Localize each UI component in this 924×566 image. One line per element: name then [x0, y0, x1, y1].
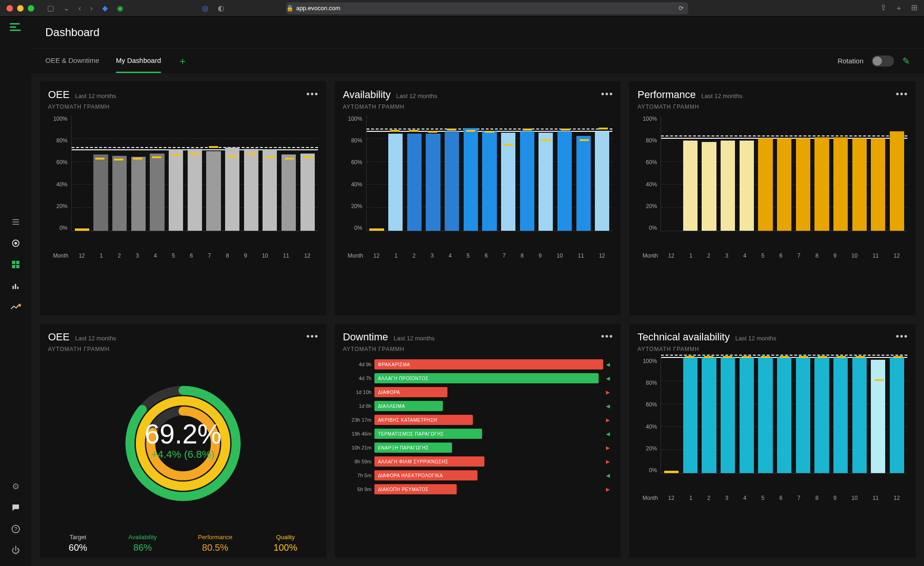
downtime-row[interactable]: 1d 8hΔΙΑΛΛΕΙΜΑ◀ — [343, 400, 613, 412]
bar[interactable] — [702, 142, 716, 231]
bar[interactable] — [814, 137, 829, 231]
downtime-time: 7h 5m — [343, 473, 372, 478]
bar[interactable] — [702, 357, 716, 473]
chevron-down-icon[interactable]: ⌄ — [61, 4, 72, 12]
bar[interactable] — [721, 357, 735, 473]
bar[interactable] — [595, 131, 609, 231]
bar[interactable] — [852, 357, 867, 473]
back-icon[interactable]: ‹ — [76, 4, 84, 12]
bar[interactable] — [206, 151, 220, 231]
bar[interactable] — [740, 141, 754, 231]
extension-icon[interactable]: ◆ — [99, 4, 110, 12]
bar[interactable] — [93, 154, 108, 231]
nav-target-icon[interactable] — [6, 234, 25, 252]
downtime-row[interactable]: 4d 7hΑΛΛΑΓΗ ΠΡΟΪΟΝΤΟΣ◀ — [343, 372, 613, 385]
nav-settings-icon[interactable]: ⚙ — [6, 477, 25, 496]
bar[interactable] — [538, 133, 553, 231]
bar[interactable] — [112, 156, 127, 231]
bar[interactable] — [150, 154, 164, 231]
bar[interactable] — [131, 157, 146, 231]
bar[interactable] — [225, 148, 239, 231]
nav-dashboard-icon[interactable] — [6, 255, 25, 274]
contrast-icon[interactable]: ◐ — [215, 4, 227, 12]
bar[interactable] — [300, 154, 315, 231]
card-more-icon[interactable]: ••• — [896, 89, 908, 99]
bar[interactable] — [263, 150, 277, 231]
bar[interactable] — [758, 357, 772, 473]
downtime-row[interactable]: 1d 10hΔΙΑΦΟΡΑ▶ — [343, 386, 613, 399]
nav-bar-chart-icon[interactable] — [6, 277, 25, 295]
bar[interactable] — [445, 131, 459, 231]
bar[interactable] — [777, 138, 791, 231]
bar[interactable] — [871, 138, 885, 231]
bar[interactable] — [75, 228, 89, 231]
bar[interactable] — [464, 128, 478, 231]
maximize-window-icon[interactable] — [28, 5, 34, 12]
tab-oee-downtime[interactable]: OEE & Downtime — [45, 49, 99, 73]
bar[interactable] — [777, 357, 791, 473]
bar[interactable] — [369, 228, 384, 231]
nav-chat-icon[interactable] — [6, 498, 25, 517]
grammarly-icon[interactable]: ◉ — [114, 4, 126, 12]
edit-dashboard-button[interactable]: ✎ — [902, 55, 910, 67]
card-more-icon[interactable]: ••• — [601, 89, 613, 99]
bar[interactable] — [814, 357, 829, 473]
bar[interactable] — [683, 141, 698, 231]
bar[interactable] — [664, 471, 679, 473]
bar[interactable] — [758, 138, 772, 231]
bar[interactable] — [244, 149, 258, 231]
tabs-overview-icon[interactable]: ⊞ — [911, 3, 918, 13]
bar[interactable] — [721, 141, 735, 231]
bar[interactable] — [796, 357, 810, 473]
downtime-row[interactable]: 8h 59mΑΛΛΑΓΗ ΦΙΛΜ ΣΥΡΡΙΚΝΩΣΗΣ▶ — [343, 455, 613, 468]
bar[interactable] — [169, 150, 183, 231]
card-more-icon[interactable]: ••• — [601, 331, 613, 342]
bar[interactable] — [890, 357, 904, 473]
add-tab-button[interactable]: ＋ — [177, 54, 188, 68]
downtime-row[interactable]: 19h 46mΤΕΡΜΑΤΙΣΜΟΣ ΠΑΡΑΓΩΓΗΣ◀ — [343, 427, 613, 440]
bar[interactable] — [740, 357, 754, 473]
marker — [209, 146, 218, 148]
close-window-icon[interactable] — [6, 5, 13, 12]
card-more-icon[interactable]: ••• — [306, 89, 319, 99]
bar[interactable] — [871, 360, 885, 473]
share-icon[interactable]: ⇪ — [880, 3, 887, 13]
bar[interactable] — [482, 131, 496, 231]
url-bar[interactable]: 🔒 app.evocon.com ⟳ — [286, 2, 688, 14]
bar[interactable] — [833, 357, 848, 473]
bar[interactable] — [890, 131, 904, 231]
bar[interactable] — [796, 138, 810, 231]
bar[interactable] — [557, 131, 572, 231]
bar[interactable] — [426, 134, 440, 231]
card-more-icon[interactable]: ••• — [306, 331, 319, 342]
downtime-row[interactable]: 10h 21mΕΝΑΡΞΗ ΠΑΡΑΓΩΓΗΣ▶ — [343, 441, 613, 454]
tab-my-dashboard[interactable]: My Dashboard — [116, 49, 161, 73]
bar[interactable] — [501, 133, 515, 231]
bar[interactable] — [407, 134, 422, 231]
nav-power-icon[interactable]: ⏻ — [6, 541, 25, 560]
new-tab-icon[interactable]: ＋ — [895, 3, 903, 13]
forward-icon[interactable]: › — [87, 4, 95, 12]
refresh-icon[interactable]: ⟳ — [679, 5, 688, 12]
bar[interactable] — [281, 154, 296, 231]
nav-list-icon[interactable] — [6, 213, 25, 231]
downtime-row[interactable]: 5h 9mΔΙΑΚΟΠΗ ΡΕΥΜΑΤΟΣ▶ — [343, 483, 613, 496]
minimize-window-icon[interactable] — [17, 5, 24, 12]
bar[interactable] — [188, 149, 202, 231]
bar[interactable] — [576, 136, 591, 231]
rotation-toggle[interactable] — [872, 55, 894, 67]
downtime-row[interactable]: 23h 17mΑΚΡΙΒΗΣ ΚΑΤΑΜΕΤΡΗΣΗ▶ — [343, 413, 613, 426]
nav-trend-icon[interactable] — [6, 298, 25, 316]
downtime-row[interactable]: 4d 9hΦΡΑΚΑΡΙΣΜΑ◀ — [343, 358, 613, 371]
downtime-row[interactable]: 7h 5mΔΙΑΦΟΡΑ ΗΛΕΚΤΡΟΛΟΓΙΚΑ◀ — [343, 469, 613, 482]
bar[interactable] — [683, 357, 698, 473]
sidebar-toggle-icon[interactable]: ▢ — [44, 4, 57, 12]
card-more-icon[interactable]: ••• — [896, 331, 908, 342]
app-logo-icon[interactable] — [10, 23, 22, 31]
bar[interactable] — [520, 131, 534, 231]
bar[interactable] — [833, 137, 848, 231]
nav-help-icon[interactable]: ? — [6, 520, 25, 538]
bar[interactable] — [852, 138, 867, 231]
bar[interactable] — [388, 134, 403, 231]
shield-icon[interactable]: ◎ — [199, 4, 211, 12]
